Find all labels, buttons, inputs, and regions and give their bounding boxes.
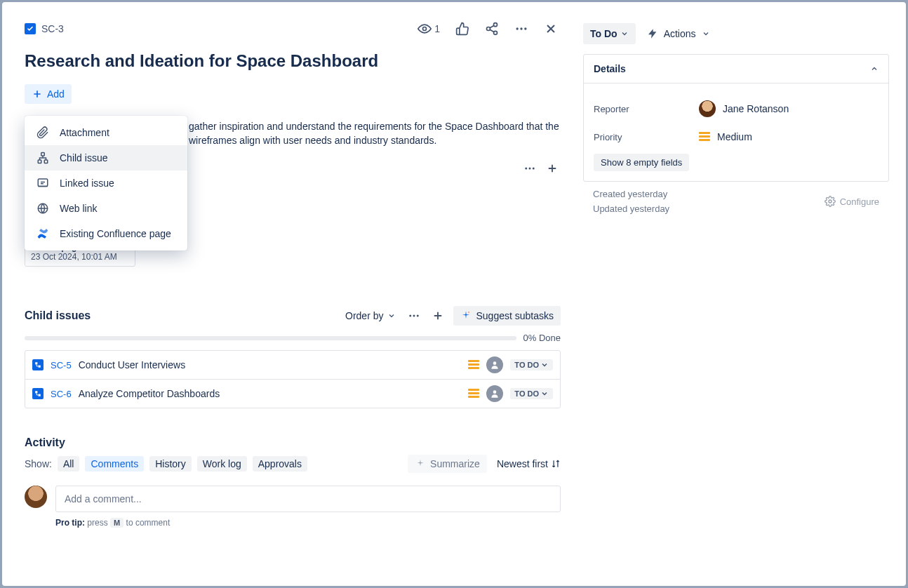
comment-input[interactable]: Add a comment... bbox=[55, 486, 561, 512]
add-web-link-menuitem[interactable]: Web link bbox=[25, 196, 187, 221]
share-button[interactable] bbox=[482, 19, 502, 39]
filter-all[interactable]: All bbox=[58, 456, 80, 472]
svg-rect-20 bbox=[41, 153, 45, 156]
add-confluence-menuitem[interactable]: Existing Confluence page bbox=[25, 221, 187, 246]
actions-dropdown[interactable]: Actions bbox=[643, 23, 714, 44]
suggest-subtasks-button[interactable]: Suggest subtasks bbox=[453, 306, 561, 326]
svg-point-3 bbox=[494, 31, 498, 34]
globe-icon bbox=[36, 201, 50, 215]
child-issues-progress-text: 0% Done bbox=[523, 333, 561, 343]
child-status-dropdown[interactable]: TO DO bbox=[510, 388, 553, 399]
reporter-label: Reporter bbox=[594, 104, 699, 114]
reporter-avatar bbox=[699, 100, 716, 117]
details-toggle[interactable]: Details bbox=[584, 55, 888, 83]
filter-worklog[interactable]: Work log bbox=[197, 456, 247, 472]
order-by-dropdown[interactable]: Order by bbox=[342, 307, 399, 324]
show-label: Show: bbox=[25, 458, 52, 469]
svg-point-5 bbox=[520, 27, 522, 29]
sort-label: Newest first bbox=[497, 458, 548, 469]
reporter-field[interactable]: Jane Rotanson bbox=[699, 100, 789, 117]
priority-field[interactable]: Medium bbox=[699, 131, 752, 142]
svg-rect-13 bbox=[35, 363, 37, 365]
svg-point-19 bbox=[829, 200, 832, 203]
chevron-down-icon bbox=[702, 29, 710, 38]
child-issues-heading: Child issues bbox=[25, 309, 91, 322]
filter-history[interactable]: History bbox=[149, 456, 192, 472]
more-actions-button[interactable] bbox=[512, 19, 531, 39]
reporter-name: Jane Rotanson bbox=[723, 103, 789, 114]
svg-point-15 bbox=[493, 362, 497, 366]
bolt-icon bbox=[647, 28, 658, 39]
ai-sparkle-icon bbox=[415, 458, 426, 469]
linked-issue-icon bbox=[36, 176, 50, 190]
svg-point-9 bbox=[533, 168, 535, 170]
status-dropdown[interactable]: To Do bbox=[583, 23, 636, 44]
add-child-issue-menuitem[interactable]: Child issue bbox=[25, 145, 187, 171]
menuitem-label: Child issue bbox=[60, 152, 107, 163]
confluence-icon bbox=[36, 227, 50, 241]
child-issues-list: SC-5 Conduct User Interviews TO DO bbox=[25, 350, 561, 408]
add-button[interactable]: Add bbox=[25, 84, 72, 104]
subtask-icon bbox=[32, 359, 44, 370]
menuitem-label: Attachment bbox=[60, 127, 109, 138]
child-issue-summary[interactable]: Conduct User Interviews bbox=[79, 359, 462, 370]
filter-approvals[interactable]: Approvals bbox=[253, 456, 307, 472]
sort-icon bbox=[551, 459, 561, 469]
close-button[interactable] bbox=[541, 19, 561, 39]
updated-date: Updated yesterday bbox=[593, 203, 669, 214]
filter-comments[interactable]: Comments bbox=[85, 456, 144, 472]
svg-rect-17 bbox=[39, 394, 41, 396]
plus-icon bbox=[546, 162, 559, 175]
menuitem-label: Web link bbox=[60, 203, 97, 214]
sort-button[interactable]: Newest first bbox=[497, 458, 561, 469]
child-issues-progress-bar bbox=[25, 336, 516, 340]
order-by-label: Order by bbox=[345, 310, 383, 321]
child-issue-key[interactable]: SC-5 bbox=[51, 360, 72, 370]
plus-icon bbox=[32, 88, 43, 100]
svg-point-12 bbox=[417, 315, 419, 317]
breadcrumb[interactable]: SC-3 bbox=[25, 23, 64, 34]
chevron-down-icon bbox=[540, 361, 549, 369]
issue-title[interactable]: Research and Ideation for Space Dashboar… bbox=[25, 51, 561, 72]
svg-point-10 bbox=[410, 315, 412, 317]
priority-value: Medium bbox=[717, 131, 752, 142]
issue-type-icon bbox=[25, 23, 36, 34]
svg-point-1 bbox=[494, 23, 498, 27]
close-icon bbox=[544, 22, 558, 36]
like-button[interactable] bbox=[453, 19, 472, 39]
configure-button[interactable]: Configure bbox=[824, 189, 879, 214]
gear-icon bbox=[824, 196, 836, 207]
watcher-count: 1 bbox=[434, 23, 440, 34]
add-attachment-menuitem[interactable]: Attachment bbox=[25, 120, 187, 145]
add-dropdown-menu: Attachment Child issue Linked issue Web … bbox=[25, 116, 187, 250]
subtask-icon bbox=[32, 388, 44, 399]
svg-point-11 bbox=[413, 315, 415, 317]
menuitem-label: Linked issue bbox=[60, 178, 114, 189]
actions-label: Actions bbox=[664, 28, 696, 39]
child-issue-summary[interactable]: Analyze Competitor Dashboards bbox=[79, 388, 462, 399]
child-issue-row[interactable]: SC-6 Analyze Competitor Dashboards TO DO bbox=[25, 380, 560, 408]
plus-icon bbox=[432, 309, 444, 322]
add-attachment-button[interactable] bbox=[544, 160, 561, 177]
chevron-down-icon bbox=[387, 312, 396, 320]
issue-key[interactable]: SC-3 bbox=[41, 23, 64, 34]
summarize-button[interactable]: Summarize bbox=[408, 455, 487, 473]
child-status-dropdown[interactable]: TO DO bbox=[510, 359, 553, 370]
chevron-up-icon bbox=[870, 65, 879, 73]
add-button-label: Add bbox=[47, 88, 65, 100]
attachments-more-button[interactable] bbox=[521, 160, 538, 177]
watchers-button[interactable]: 1 bbox=[415, 19, 443, 39]
assignee-unassigned[interactable] bbox=[486, 385, 503, 402]
show-empty-fields-button[interactable]: Show 8 empty fields bbox=[594, 154, 689, 171]
child-issues-more-button[interactable] bbox=[406, 307, 422, 324]
ellipsis-icon bbox=[514, 22, 528, 36]
current-user-avatar bbox=[25, 486, 47, 508]
svg-rect-22 bbox=[44, 160, 48, 163]
child-issue-key[interactable]: SC-6 bbox=[51, 389, 72, 399]
child-issue-row[interactable]: SC-5 Conduct User Interviews TO DO bbox=[25, 351, 560, 380]
assignee-unassigned[interactable] bbox=[486, 356, 503, 373]
add-linked-issue-menuitem[interactable]: Linked issue bbox=[25, 171, 187, 196]
add-child-issue-button[interactable] bbox=[429, 307, 446, 324]
description-text[interactable]: gather inspiration and understand the re… bbox=[189, 119, 561, 148]
pro-tip: Pro tip: press M to comment bbox=[55, 518, 561, 528]
